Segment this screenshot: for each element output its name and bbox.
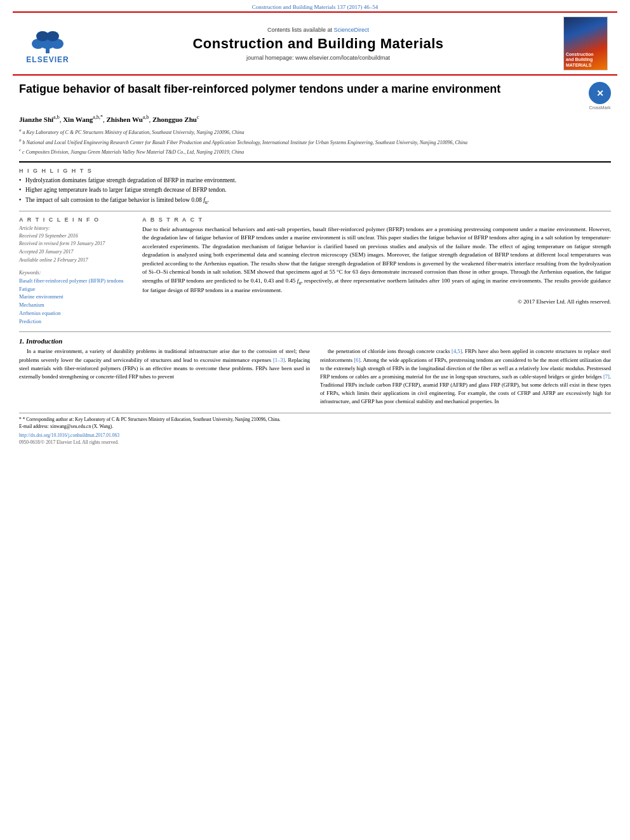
journal-doi-bar: Construction and Building Materials 137 … <box>0 0 630 11</box>
article-info-abstract-row: A R T I C L E I N F O Article history: R… <box>19 217 611 326</box>
sciencedirect-link[interactable]: ScienceDirect <box>334 27 370 33</box>
journal-header-right: Constructionand BuildingMATERIALS <box>560 17 611 70</box>
keyword-5: Arrhenius equation <box>19 309 133 317</box>
journal-title: Construction and Building Materials <box>83 36 554 52</box>
article-title: Fatigue behavior of basalt fiber-reinfor… <box>19 82 582 97</box>
journal-doi-text: Construction and Building Materials 137 … <box>252 4 378 10</box>
affil-a: a a Key Laboratory of C & PC Structures … <box>19 127 611 137</box>
body-text-right: the penetration of chloride ions through… <box>320 347 611 406</box>
body-col-right: the penetration of chloride ions through… <box>320 337 611 407</box>
article-info-col: A R T I C L E I N F O Article history: R… <box>19 217 133 326</box>
keywords-label: Keywords: <box>19 270 133 276</box>
affil-b: b b National and Local Unified Engineeri… <box>19 137 611 147</box>
article-history: Article history: Received 19 September 2… <box>19 225 133 265</box>
author-jianzhe-shi: Jianzhe Shi <box>19 116 53 123</box>
intro-heading: 1. Introduction <box>19 337 310 345</box>
abstract-text: Due to their advantageous mechanical beh… <box>142 225 611 295</box>
elsevier-logo: ELSEVIER <box>26 23 69 64</box>
keyword-6: Prediction <box>19 317 133 326</box>
author-zhongguo-zhu: Zhongguo Zhu <box>152 116 197 123</box>
crossmark-icon: ✕ <box>589 82 611 104</box>
keyword-4: Mechanism <box>19 301 133 309</box>
crossmark-label: CrossMark <box>589 105 611 110</box>
journal-header-center: Contents lists available at ScienceDirec… <box>83 27 554 61</box>
elsevier-label: ELSEVIER <box>26 55 69 64</box>
received-date: Received 19 September 2016 Received in r… <box>19 232 133 265</box>
article-info-label: A R T I C L E I N F O <box>19 217 133 223</box>
crossmark-badge: ✕ CrossMark <box>589 82 611 110</box>
journal-homepage: journal homepage: www.elsevier.com/locat… <box>83 55 554 61</box>
highlight-1: Hydrolyzation dominates fatigue strength… <box>19 177 611 185</box>
abstract-col: A B S T R A C T Due to their advantageou… <box>142 217 611 326</box>
journal-header: ELSEVIER Contents lists available at Sci… <box>13 11 617 76</box>
footnote-star: * * Corresponding author at: Key Laborat… <box>19 416 611 423</box>
elsevier-tree-icon <box>29 23 67 55</box>
keywords-section: Keywords: Basalt fiber-reinforced polyme… <box>19 270 133 326</box>
copyright-line: © 2017 Elsevier Ltd. All rights reserved… <box>142 298 611 305</box>
affiliations: a a Key Laboratory of C & PC Structures … <box>19 127 611 156</box>
body-col-left: 1. Introduction In a marine environment,… <box>19 337 310 407</box>
body-text-left: In a marine environment, a variety of du… <box>19 347 310 381</box>
footer-copyright: 0950-0618/© 2017 Elsevier Ltd. All right… <box>19 439 611 445</box>
contents-line: Contents lists available at ScienceDirec… <box>83 27 554 33</box>
journal-cover-text: Constructionand BuildingMATERIALS <box>566 52 605 68</box>
svg-point-5 <box>46 31 59 41</box>
article-area: Fatigue behavior of basalt fiber-reinfor… <box>0 76 630 451</box>
history-label: Article history: <box>19 225 133 231</box>
journal-cover: Constructionand BuildingMATERIALS <box>563 17 608 70</box>
thick-divider-top <box>19 161 611 163</box>
highlights-section: H I G H L I G H T S Hydrolyzation domina… <box>19 168 611 206</box>
thin-divider-highlights <box>19 211 611 211</box>
keyword-3: Marine environment <box>19 293 133 301</box>
affil-c: c c Composites Division, Jiangsu Green M… <box>19 147 611 156</box>
page: Construction and Building Materials 137 … <box>0 0 630 840</box>
abstract-label: A B S T R A C T <box>142 217 611 223</box>
article-title-row: Fatigue behavior of basalt fiber-reinfor… <box>19 82 611 110</box>
highlight-3: The impact of salt corrosion to the fati… <box>19 196 611 206</box>
highlight-2: Higher aging temperature leads to larger… <box>19 186 611 194</box>
footnote-email: E-mail address: xinwang@seu.edu.cn (X. W… <box>19 423 611 430</box>
authors-line: Jianzhe Shia,b, Xin Wanga,b,*, Zhishen W… <box>19 114 611 124</box>
body-two-col: 1. Introduction In a marine environment,… <box>19 337 611 407</box>
highlights-label: H I G H L I G H T S <box>19 168 611 174</box>
footnotes-area: * * Corresponding author at: Key Laborat… <box>19 413 611 446</box>
author-xin-wang: Xin Wang <box>63 116 93 123</box>
author-zhishen-wu: Zhishen Wu <box>106 116 142 123</box>
keyword-2: Fatigue <box>19 285 133 293</box>
keyword-1: Basalt fiber-reinforced polymer (BFRP) t… <box>19 277 133 285</box>
journal-header-left: ELSEVIER <box>19 23 76 64</box>
footer-doi-link[interactable]: http://dx.doi.org/10.1016/j.conbuildmat.… <box>19 432 611 438</box>
body-divider <box>19 331 611 332</box>
